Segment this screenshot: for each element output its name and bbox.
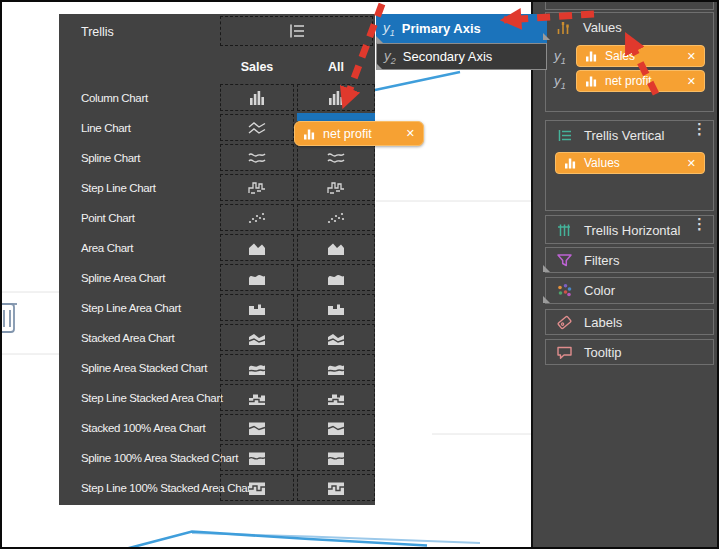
corner-grip bbox=[376, 36, 383, 43]
trellis-horizontal-title: Trellis Horizontal bbox=[584, 223, 680, 238]
chart-type-label: Step Line Chart bbox=[81, 182, 156, 194]
cell-sales-line-chart[interactable] bbox=[220, 114, 294, 141]
cell-sales-area-chart[interactable] bbox=[220, 234, 294, 261]
chart-type-row: Spline 100% Area Stacked Chart bbox=[59, 444, 375, 471]
cell-sales-spline-100-area-stacked-chart[interactable] bbox=[220, 444, 294, 471]
cutoff-section-box bbox=[545, 0, 714, 10]
section-menu-icon[interactable]: ⋮ bbox=[692, 124, 707, 134]
chart-type-row: Spline Chart bbox=[59, 144, 375, 171]
chart-type-row: Spline Area Chart bbox=[59, 264, 375, 291]
values-section-title: Values bbox=[583, 20, 622, 35]
chart-type-row: Step Line 100% Stacked Area Chart bbox=[59, 474, 375, 501]
cell-all-spline-area-chart[interactable] bbox=[297, 264, 375, 291]
spline-chart-icon bbox=[245, 150, 269, 166]
field-chip-net-profit[interactable]: net profit ✕ bbox=[576, 70, 705, 92]
cell-all-spline-100-area-stacked-chart[interactable] bbox=[297, 444, 375, 471]
trellis-button[interactable] bbox=[220, 16, 373, 46]
field-chip-values[interactable]: Values ✕ bbox=[555, 152, 705, 174]
menu-item-primary-axis[interactable]: y1 Primary Axis bbox=[376, 14, 547, 43]
remove-field-icon[interactable]: ✕ bbox=[687, 50, 696, 63]
trash-icon[interactable] bbox=[2, 304, 17, 332]
section-filters[interactable]: Filters bbox=[545, 247, 714, 273]
chart-type-label: Point Chart bbox=[81, 212, 135, 224]
cell-all-stacked-100-area-chart[interactable] bbox=[297, 414, 375, 441]
step-line-chart-icon bbox=[324, 180, 348, 196]
chart-type-row: Spline Area Stacked Chart bbox=[59, 354, 375, 381]
chart-type-row: Column Chart bbox=[59, 84, 375, 111]
field-well-panel: Values y1 Sales ✕ y1 net profit ✕ Trelli… bbox=[531, 2, 719, 549]
trellis-vertical-section: Trellis Vertical ⋮ Values ✕ bbox=[545, 120, 714, 211]
tooltip-icon bbox=[556, 345, 573, 360]
cell-all-stacked-area-chart[interactable] bbox=[297, 324, 375, 351]
chart-type-row: Stacked Area Chart bbox=[59, 324, 375, 351]
cell-sales-spline-chart[interactable] bbox=[220, 144, 294, 171]
cell-sales-stacked-100-area-chart[interactable] bbox=[220, 414, 294, 441]
cell-sales-point-chart[interactable] bbox=[220, 204, 294, 231]
cell-sales-step-line-chart[interactable] bbox=[220, 174, 294, 201]
section-menu-icon[interactable]: ⋮ bbox=[692, 219, 707, 229]
measure-bars-icon bbox=[564, 157, 577, 169]
measure-bars-icon bbox=[585, 50, 598, 62]
remove-field-icon[interactable]: ✕ bbox=[687, 75, 696, 88]
spline-area-stacked-chart-icon bbox=[324, 360, 348, 376]
column-header-all: All bbox=[297, 60, 375, 74]
y1-prefix: y1 bbox=[383, 20, 395, 38]
stacked-area-chart-icon bbox=[245, 330, 269, 346]
stacked-area-chart-icon bbox=[324, 330, 348, 346]
column-header-sales: Sales bbox=[220, 60, 294, 74]
column-chart-icon bbox=[324, 90, 348, 106]
spline-100-area-stacked-chart-icon bbox=[324, 450, 348, 466]
chart-type-row: Stacked 100% Area Chart bbox=[59, 414, 375, 441]
cell-sales-spline-area-chart[interactable] bbox=[220, 264, 294, 291]
cell-sales-column-chart[interactable] bbox=[220, 84, 294, 111]
cell-sales-step-line-100-stacked-area-chart[interactable] bbox=[220, 474, 294, 501]
dragged-chip-net-profit[interactable]: net profit ✕ bbox=[294, 121, 424, 146]
chart-type-row: Step Line Stacked Area Chart bbox=[59, 384, 375, 411]
remove-field-icon[interactable]: ✕ bbox=[687, 157, 696, 170]
chart-type-label: Area Chart bbox=[81, 242, 133, 254]
column-chart-icon bbox=[245, 90, 269, 106]
dragged-chip-label: net profit bbox=[323, 127, 372, 141]
section-tooltip[interactable]: Tooltip bbox=[545, 339, 714, 365]
cell-all-spline-area-stacked-chart[interactable] bbox=[297, 354, 375, 381]
chart-type-row: Area Chart bbox=[59, 234, 375, 261]
cell-sales-step-line-area-chart[interactable] bbox=[220, 294, 294, 321]
menu-item-secondary-axis[interactable]: y2 Secondary Axis bbox=[376, 43, 547, 70]
menu-item-label: Primary Axis bbox=[402, 21, 481, 36]
cell-all-area-chart[interactable] bbox=[297, 234, 375, 261]
screenshot-frame: Trellis Sales All Column ChartLine Chart… bbox=[0, 0, 719, 549]
cell-all-point-chart[interactable] bbox=[297, 204, 375, 231]
cell-all-step-line-stacked-area-chart[interactable] bbox=[297, 384, 375, 411]
cell-sales-step-line-stacked-area-chart[interactable] bbox=[220, 384, 294, 411]
trellis-row-label: Trellis bbox=[81, 25, 114, 39]
step-line-100-stacked-area-chart-icon bbox=[245, 480, 269, 496]
cell-all-step-line-chart[interactable] bbox=[297, 174, 375, 201]
field-chip-label: Values bbox=[584, 156, 620, 170]
spline-100-area-stacked-chart-icon bbox=[245, 450, 269, 466]
stacked-100-area-chart-icon bbox=[245, 420, 269, 436]
cell-sales-stacked-area-chart[interactable] bbox=[220, 324, 294, 351]
values-icon bbox=[556, 20, 572, 35]
chart-type-label: Column Chart bbox=[81, 92, 148, 104]
values-section: Values y1 Sales ✕ y1 net profit ✕ bbox=[545, 12, 714, 112]
field-chip-sales[interactable]: Sales ✕ bbox=[576, 45, 705, 67]
trellis-vertical-title: Trellis Vertical bbox=[584, 128, 664, 143]
remove-field-icon[interactable]: ✕ bbox=[406, 127, 415, 140]
trellis-horizontal-section[interactable]: Trellis Horizontal ⋮ bbox=[545, 215, 714, 244]
cell-all-step-line-100-stacked-area-chart[interactable] bbox=[297, 474, 375, 501]
corner-grip bbox=[543, 265, 550, 272]
point-chart-icon bbox=[245, 210, 269, 226]
cell-sales-spline-area-stacked-chart[interactable] bbox=[220, 354, 294, 381]
corner-grip bbox=[376, 63, 383, 70]
cell-all-step-line-area-chart[interactable] bbox=[297, 294, 375, 321]
cell-all-column-chart[interactable] bbox=[297, 84, 375, 111]
cell-all-spline-chart[interactable] bbox=[297, 144, 375, 171]
chart-type-label: Step Line Area Chart bbox=[81, 302, 181, 314]
chart-type-label: Spline Area Chart bbox=[81, 272, 165, 284]
section-title: Tooltip bbox=[584, 345, 622, 360]
menu-item-label: Secondary Axis bbox=[403, 49, 493, 64]
section-title: Filters bbox=[584, 253, 619, 268]
section-labels[interactable]: Labels bbox=[545, 309, 714, 335]
filter-icon bbox=[556, 253, 573, 268]
section-color[interactable]: Color bbox=[545, 277, 714, 304]
